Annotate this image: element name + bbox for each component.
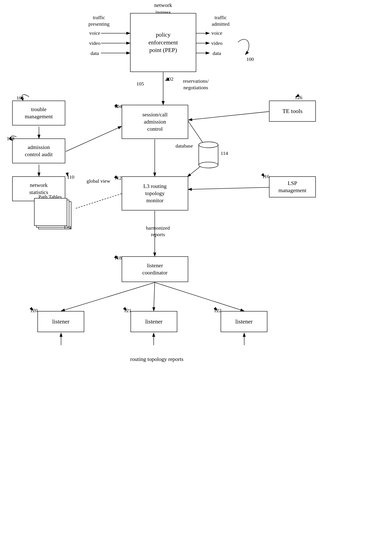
listener-coordinator-box: listenercoordinator [122, 256, 188, 282]
routing-reports-label: routing topology reports [110, 356, 204, 363]
harmonized-reports-label: harmonizedreports [139, 225, 177, 238]
ref-122: 122 [214, 308, 222, 313]
trouble-management-box: troublemanagement [12, 101, 65, 125]
ref-108: 108 [7, 136, 14, 141]
pep-box: policyenforcementpoint (PEP) [130, 13, 196, 72]
ref-126: 126 [295, 95, 302, 100]
svg-line-14 [189, 111, 269, 120]
svg-point-28 [199, 162, 218, 168]
ref-110: 110 [67, 174, 74, 180]
svg-point-29 [199, 142, 218, 148]
svg-line-20 [154, 282, 155, 311]
l3-routing-box: L3 routingtopologymonitor [122, 176, 188, 211]
svg-line-25 [76, 194, 122, 208]
ref-106: 106 [16, 95, 24, 101]
video-out-label: video [211, 40, 223, 47]
ref-112: 112 [114, 175, 122, 181]
lsp-management-box: LSPmanagement [269, 176, 316, 197]
video-in-label: video [88, 40, 101, 47]
listener3-box: listener [221, 311, 267, 332]
ref-105: 105 [136, 81, 144, 87]
database-label: database [173, 143, 196, 149]
traffic-presenting-label: trafficpresenting [78, 14, 120, 27]
voice-in-label: voice [88, 30, 101, 36]
listener1-box: listener [38, 311, 84, 332]
svg-line-21 [155, 282, 244, 311]
path-tables-label: Path Tables [31, 194, 69, 200]
ref-118: 118 [114, 255, 122, 261]
ref-124: 124 [63, 225, 71, 231]
reservations-label: reservations/negotiations [170, 78, 221, 91]
ref-104: 104 [114, 104, 122, 109]
ref-121: 121 [124, 308, 131, 313]
ref-116: 116 [262, 174, 270, 179]
ref-114: 114 [221, 150, 228, 156]
listener2-box: listener [131, 311, 177, 332]
database-cylinder [198, 141, 219, 168]
te-tools-box: TE tools [269, 101, 316, 122]
voice-out-label: voice [211, 30, 223, 36]
svg-line-15 [187, 120, 203, 143]
global-view-label: global view [82, 178, 115, 184]
traffic-admitted-label: trafficadmitted [202, 14, 240, 27]
svg-line-19 [61, 282, 155, 311]
admission-box: admissioncontrol audit [12, 139, 65, 163]
svg-line-13 [66, 126, 122, 152]
svg-rect-32 [34, 198, 67, 226]
ref-100: 100 [246, 56, 254, 62]
ref-120: 120 [30, 308, 38, 313]
svg-line-17 [188, 187, 269, 189]
data-in-label: data [88, 50, 101, 57]
data-out-label: data [211, 50, 223, 57]
session-box: session/calladmissioncontrol [122, 105, 188, 139]
